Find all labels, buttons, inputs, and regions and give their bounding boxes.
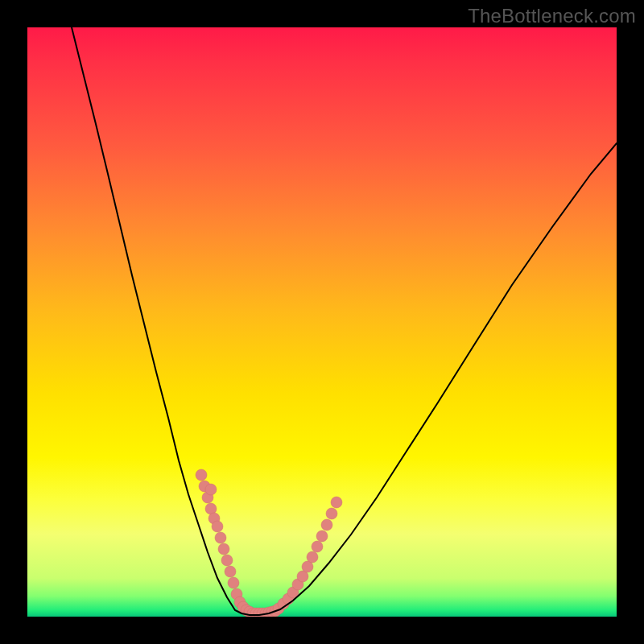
highlight-marker <box>228 577 239 588</box>
bottleneck-curve <box>72 27 617 615</box>
highlight-marker <box>218 543 229 555</box>
highlight-marker <box>331 497 342 508</box>
highlight-marker <box>326 508 337 519</box>
highlight-marker <box>215 532 226 543</box>
highlight-marker <box>205 484 217 495</box>
plot-area <box>27 27 617 617</box>
highlight-marker <box>321 519 332 530</box>
highlight-marker <box>316 530 328 542</box>
highlight-marker <box>212 521 223 532</box>
watermark-text: TheBottleneck.com <box>468 5 636 27</box>
highlight-marker <box>312 541 323 552</box>
highlight-marker <box>225 566 236 577</box>
highlight-marker <box>221 555 233 566</box>
chart-frame: TheBottleneck.com <box>0 0 644 644</box>
highlight-marker <box>196 469 207 481</box>
highlight-marker <box>307 551 318 563</box>
chart-svg <box>27 27 617 617</box>
marker-group <box>196 469 342 617</box>
